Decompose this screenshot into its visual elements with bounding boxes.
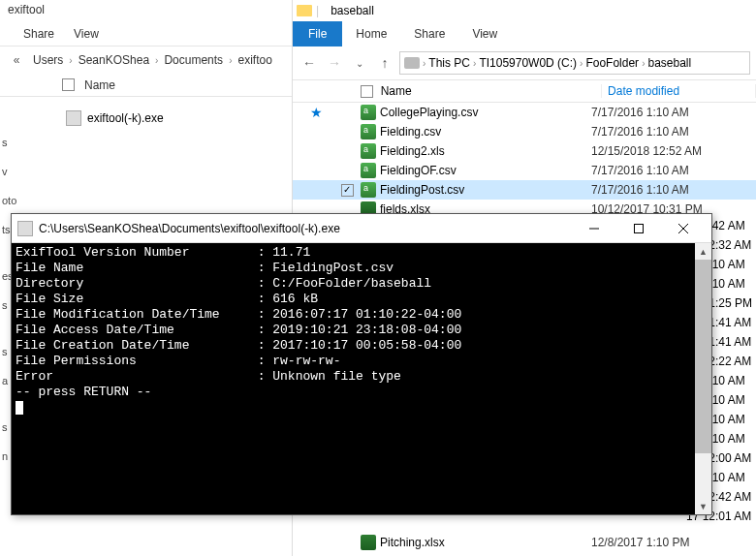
file-date: 7/17/2016 1:10 AM [591,164,689,177]
qat-divider: | [316,4,319,17]
file-name: Fielding2.xls [380,144,591,158]
console-title: C:\Users\SeanKOShea\Documents\exiftool\e… [39,222,572,235]
ribbon-file-tab[interactable]: File [293,21,342,46]
crumb[interactable]: Users [30,53,66,67]
console-titlebar[interactable]: C:\Users\SeanKOShea\Documents\exiftool\e… [12,214,711,243]
file-date: 7/17/2016 1:10 AM [591,183,689,197]
path-seg[interactable]: FooFolder [585,56,639,70]
file-list-right: ★ CollegePlaying.csv7/17/2016 1:10 AMFie… [293,103,756,219]
console-output[interactable]: ExifTool Version Number : 11.71 File Nam… [12,243,711,514]
breadcrumb-root-icon[interactable]: « [6,49,27,71]
scrollbar-track[interactable]: ▲ ▼ [695,243,711,514]
file-name: FieldingPost.csv [380,183,591,197]
ribbon-share-tab[interactable]: Share [400,21,458,46]
path-seg[interactable]: TI105970W0D (C:) [479,56,577,70]
csv-icon [361,163,376,178]
file-row[interactable]: exiftool(-k).exe [66,110,164,126]
recent-dropdown[interactable]: ⌄ [349,58,370,69]
folder-icon [297,5,312,16]
csv-icon [361,143,376,159]
column-name[interactable]: Name [381,84,602,98]
chevron-right-icon: › [229,55,232,66]
sidebar-label-partial: v [0,157,34,186]
file-row[interactable]: Fielding.csv7/17/2016 1:10 AM [293,122,756,141]
column-name[interactable]: Name [84,78,115,92]
console-cursor [16,401,23,415]
quick-access-toolbar: | [297,4,319,17]
row-checkbox[interactable] [341,184,354,197]
file-row[interactable]: FieldingPost.csv7/17/2016 1:10 AM [293,180,756,200]
xlsx-icon [361,535,376,550]
chevron-right-icon: › [423,58,425,69]
path-seg[interactable]: This PC [428,56,470,70]
ribbon-tabs-left: Share View [0,21,292,46]
scrollbar-thumb[interactable] [695,260,711,453]
tab-share[interactable]: Share [23,27,54,41]
file-name: FieldingOF.csv [380,164,591,177]
chevron-right-icon: › [155,55,158,66]
back-button[interactable]: ← [299,55,320,71]
crumb[interactable]: SeanKOShea [76,53,152,67]
app-icon [17,221,33,236]
sidebar-label-partial: s [0,128,34,157]
sidebar-label-partial: oto [0,186,34,215]
file-date: 12/8/2017 1:10 PM [591,536,689,549]
chevron-right-icon: › [69,55,72,66]
crumb[interactable]: exiftoo [235,53,274,67]
file-row[interactable]: FieldingOF.csv7/17/2016 1:10 AM [293,161,756,180]
ribbon-home-tab[interactable]: Home [342,21,400,46]
file-name: exiftool(-k).exe [87,111,164,125]
column-date-modified[interactable]: Date modified [602,84,756,98]
file-date: 7/17/2016 1:10 AM [591,106,689,119]
file-name: Pitching.xlsx [380,536,591,549]
chevron-right-icon: › [642,58,645,69]
console-window: C:\Users\SeanKOShea\Documents\exiftool\e… [11,213,712,515]
address-bar[interactable]: › This PC› TI105970W0D (C:)› FooFolder› … [399,51,750,75]
file-date: 12/15/2018 12:52 AM [591,144,702,158]
minimize-button[interactable] [572,215,616,242]
file-row[interactable]: Pitching.xlsx 12/8/2017 1:10 PM [293,533,756,552]
chevron-right-icon: › [473,58,476,69]
close-button[interactable] [661,215,706,242]
csv-icon [361,124,376,139]
file-date: 7/17/2016 1:10 AM [591,125,689,139]
up-button[interactable]: ↑ [374,55,395,71]
path-seg[interactable]: baseball [647,56,691,70]
csv-icon [361,105,376,120]
breadcrumb-left[interactable]: « Users› SeanKOShea› Documents› exiftoo [0,46,292,74]
column-headers-right: Name Date modified [293,79,756,103]
ribbon-right: File Home Share View [293,21,756,46]
exe-icon [66,110,81,126]
crumb[interactable]: Documents [161,53,226,67]
window-title-left: exiftool [0,0,292,21]
csv-icon [361,182,376,198]
nav-bar-right: ← → ⌄ ↑ › This PC› TI105970W0D (C:)› Foo… [293,46,756,79]
drive-icon [404,57,420,69]
column-headers-left: Name [0,74,292,97]
select-all-checkbox[interactable] [361,85,373,98]
file-row[interactable]: Fielding2.xls12/15/2018 12:52 AM [293,141,756,161]
file-name: Fielding.csv [380,125,591,139]
ribbon-view-tab[interactable]: View [458,21,511,46]
file-row[interactable]: CollegePlaying.csv7/17/2016 1:10 AM [293,103,756,122]
maximize-button[interactable] [616,215,661,242]
scroll-up-button[interactable]: ▲ [695,243,711,260]
svg-rect-1 [635,224,644,232]
chevron-right-icon: › [580,58,583,69]
forward-button[interactable]: → [324,55,345,71]
window-title-right: baseball [331,4,374,17]
select-all-checkbox[interactable] [62,78,75,91]
file-name: CollegePlaying.csv [380,106,591,119]
scroll-down-button[interactable]: ▼ [695,498,711,514]
tab-view[interactable]: View [74,27,99,41]
titlebar-right: | baseball [293,0,756,21]
